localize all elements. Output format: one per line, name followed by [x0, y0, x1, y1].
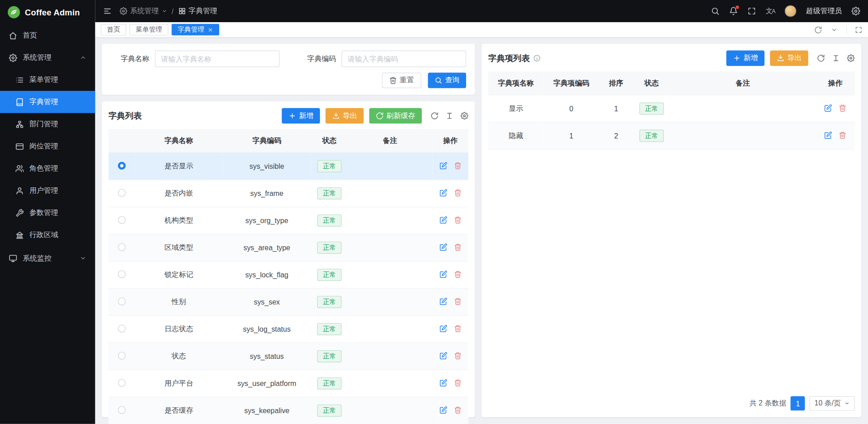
edit-icon[interactable] [439, 379, 447, 386]
edit-icon[interactable] [439, 352, 447, 359]
dict-code-input[interactable] [342, 50, 467, 67]
table-row[interactable]: 是否内嵌 sys_frame 正常 [108, 180, 468, 207]
tab-home[interactable]: 首页 [101, 24, 126, 36]
edit-icon[interactable] [439, 189, 447, 196]
breadcrumb-system-management[interactable]: 系统管理 [119, 6, 167, 16]
refresh-icon[interactable] [817, 54, 825, 62]
row-radio[interactable] [118, 324, 126, 332]
refresh-cache-button[interactable]: 刷新缓存 [369, 108, 422, 124]
delete-icon[interactable] [839, 104, 846, 112]
table-row[interactable]: 用户平台 sys_user_platform 正常 [108, 370, 468, 397]
delete-icon[interactable] [453, 324, 461, 332]
sidebar-item-post-management[interactable]: 岗位管理 [0, 135, 95, 157]
translate-icon[interactable]: 文A [766, 8, 775, 14]
table-row[interactable]: 是否缓存 sys_keepalive 正常 [108, 397, 468, 424]
table-row[interactable]: 机构类型 sys_org_type 正常 [108, 207, 468, 234]
tab-dict-management[interactable]: 字典管理 [172, 24, 219, 36]
tab-menu-management[interactable]: 菜单管理 [130, 24, 169, 36]
delete-icon[interactable] [453, 379, 461, 386]
delete-icon[interactable] [453, 406, 461, 414]
table-header-row: 字典项名称 字典项编码 排序 状态 备注 操作 [488, 71, 855, 95]
table-row[interactable]: 状态 sys_status 正常 [108, 343, 468, 370]
close-icon[interactable] [208, 27, 213, 32]
reset-button[interactable]: 重置 [382, 72, 421, 88]
row-radio[interactable] [118, 243, 126, 251]
delete-icon[interactable] [453, 297, 461, 305]
status-tag: 正常 [317, 405, 342, 417]
delete-icon[interactable] [453, 216, 461, 224]
sidebar-item-user-management[interactable]: 用户管理 [0, 180, 95, 202]
info-icon[interactable] [533, 54, 541, 62]
row-radio[interactable] [118, 352, 126, 359]
page-size-select[interactable]: 10 条/页 [810, 396, 855, 411]
item-sort-cell: 2 [599, 122, 633, 149]
sidebar-item-dict-management[interactable]: 字典管理 [0, 91, 95, 113]
row-radio[interactable] [118, 379, 126, 386]
page-button-1[interactable]: 1 [791, 396, 805, 411]
delete-icon[interactable] [453, 352, 461, 359]
edit-icon[interactable] [439, 243, 447, 251]
remark-cell [348, 315, 432, 343]
edit-icon[interactable] [439, 297, 447, 305]
fullscreen-icon[interactable] [747, 7, 756, 16]
sidebar-item-admin-region[interactable]: 行政区域 [0, 224, 95, 246]
content-fullscreen-icon[interactable] [846, 26, 863, 33]
sidebar-collapse-icon[interactable] [103, 7, 112, 16]
table-row[interactable]: 隐藏 1 2 正常 [488, 122, 855, 149]
app-logo[interactable]: Coffee Admin [0, 0, 95, 24]
edit-icon[interactable] [824, 104, 832, 112]
sidebar-item-role-management[interactable]: 角色管理 [0, 157, 95, 180]
sidebar-item-dept-management[interactable]: 部门管理 [0, 113, 95, 135]
edit-icon[interactable] [439, 216, 447, 224]
settings-gear-icon[interactable] [851, 7, 860, 16]
table-row[interactable]: 锁定标记 sys_lock_flag 正常 [108, 261, 468, 288]
row-radio[interactable] [118, 270, 126, 278]
delete-icon[interactable] [453, 162, 461, 169]
table-settings-gear-icon[interactable] [461, 112, 468, 119]
avatar[interactable] [784, 5, 797, 17]
sidebar-item-param-management[interactable]: 参数管理 [0, 202, 95, 224]
notification-bell-icon[interactable] [729, 7, 738, 16]
chevron-up-icon [80, 54, 86, 61]
edit-icon[interactable] [439, 406, 447, 414]
wrench-icon [15, 209, 24, 217]
row-radio[interactable] [118, 297, 126, 305]
table-row[interactable]: 是否显示 sys_visible 正常 [108, 152, 468, 180]
delete-icon[interactable] [453, 189, 461, 196]
monitor-icon [9, 254, 17, 262]
sidebar-item-home[interactable]: 首页 [0, 24, 95, 47]
delete-icon[interactable] [839, 131, 846, 139]
add-item-button[interactable]: 新增 [726, 50, 764, 66]
top-bar: 系统管理 / 字典管理 文A 超级管理员 [95, 0, 868, 22]
column-settings-icon[interactable] [832, 54, 840, 62]
table-row[interactable]: 区域类型 sys_area_type 正常 [108, 234, 468, 261]
delete-icon[interactable] [453, 270, 461, 278]
delete-icon[interactable] [453, 243, 461, 251]
query-button[interactable]: 查询 [428, 72, 466, 88]
dict-name-input[interactable] [155, 50, 280, 67]
sidebar-item-menu-management[interactable]: 菜单管理 [0, 69, 95, 91]
row-radio[interactable] [118, 162, 126, 169]
edit-icon[interactable] [439, 162, 447, 169]
gear-icon [119, 7, 127, 15]
table-row[interactable]: 性别 sys_sex 正常 [108, 288, 468, 315]
column-settings-icon[interactable] [446, 112, 453, 119]
edit-icon[interactable] [439, 270, 447, 278]
table-settings-gear-icon[interactable] [847, 54, 854, 62]
refresh-icon[interactable] [814, 26, 822, 33]
sidebar-item-system-management[interactable]: 系统管理 [0, 47, 95, 69]
search-icon[interactable] [711, 7, 720, 16]
edit-icon[interactable] [824, 131, 832, 139]
row-radio[interactable] [118, 216, 126, 224]
row-radio[interactable] [118, 406, 126, 414]
row-radio[interactable] [118, 189, 126, 196]
table-row[interactable]: 显示 0 1 正常 [488, 95, 855, 122]
table-row[interactable]: 日志状态 sys_log_status 正常 [108, 315, 468, 343]
refresh-icon[interactable] [431, 112, 439, 119]
edit-icon[interactable] [439, 324, 447, 332]
chevron-down-icon[interactable] [831, 26, 838, 33]
add-button[interactable]: 新增 [282, 108, 320, 124]
sidebar-item-system-monitor[interactable]: 系统监控 [0, 247, 95, 269]
export-items-button[interactable]: 导出 [770, 50, 808, 66]
export-button[interactable]: 导出 [326, 108, 363, 124]
